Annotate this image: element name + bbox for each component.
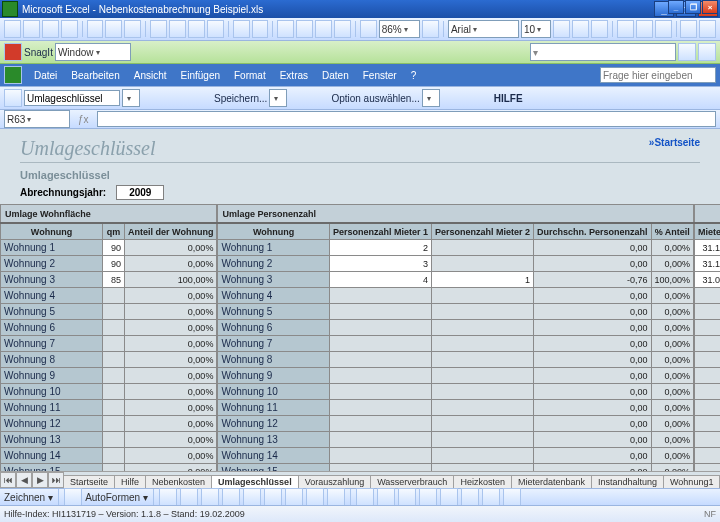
cell[interactable] (103, 336, 125, 352)
cell[interactable]: 0,00% (125, 288, 217, 304)
cell[interactable]: 0,00% (651, 240, 694, 256)
cell[interactable]: 0,00% (651, 256, 694, 272)
cell[interactable]: Wohnung 4 (218, 288, 329, 304)
cell[interactable]: Wohnung 1 (218, 240, 329, 256)
cell[interactable]: Wohnung 13 (1, 432, 103, 448)
dash-icon[interactable] (440, 488, 458, 506)
cell[interactable]: 0,00% (125, 240, 217, 256)
cell[interactable]: Wohnung 14 (218, 448, 329, 464)
diagram-icon[interactable] (285, 488, 303, 506)
cell[interactable]: 0,00% (651, 448, 694, 464)
cell[interactable]: Wohnung 14 (1, 448, 103, 464)
tab-instandhaltung[interactable]: Instandhaltung (591, 475, 664, 488)
menu-ansicht[interactable]: Ansicht (128, 70, 173, 81)
cell[interactable]: 31.12.2008 (695, 240, 720, 256)
save-dropdown[interactable]: ▾ (269, 89, 287, 107)
cell[interactable] (103, 352, 125, 368)
option-label[interactable]: Option auswählen... (331, 93, 419, 104)
cell[interactable]: 100,00% (651, 272, 694, 288)
arrowstyle-icon[interactable] (461, 488, 479, 506)
cell[interactable]: Wohnung 6 (1, 320, 103, 336)
cell[interactable]: Wohnung 8 (1, 352, 103, 368)
name-box[interactable]: R63▾ (4, 110, 70, 128)
cell[interactable] (103, 432, 125, 448)
sheet-name-field[interactable] (24, 90, 120, 106)
menu-einfügen[interactable]: Einfügen (175, 70, 226, 81)
startseite-link[interactable]: Startseite (649, 137, 700, 148)
cell[interactable] (329, 416, 431, 432)
cell[interactable] (695, 368, 720, 384)
cell[interactable]: -0,76 (533, 272, 651, 288)
cell[interactable]: 0,00 (533, 288, 651, 304)
select-icon[interactable] (64, 488, 82, 506)
cell[interactable] (103, 304, 125, 320)
wordart-icon[interactable] (264, 488, 282, 506)
open-icon[interactable] (23, 20, 40, 38)
cell[interactable]: 0,00% (125, 336, 217, 352)
menu-format[interactable]: Format (228, 70, 272, 81)
snagit-icon[interactable] (4, 43, 22, 61)
cell[interactable]: Wohnung 11 (1, 400, 103, 416)
hyperlink-icon[interactable] (277, 20, 294, 38)
research-icon[interactable] (124, 20, 141, 38)
cell[interactable]: Wohnung 12 (1, 416, 103, 432)
menu-?[interactable]: ? (405, 70, 423, 81)
cell[interactable] (695, 432, 720, 448)
cell[interactable]: Wohnung 10 (1, 384, 103, 400)
align-left-icon[interactable] (617, 20, 634, 38)
cell[interactable] (329, 336, 431, 352)
cell[interactable]: 0,00 (533, 416, 651, 432)
undo-icon[interactable] (233, 20, 250, 38)
preview-icon[interactable] (87, 20, 104, 38)
inner-restore-button[interactable]: ❐ (685, 0, 701, 14)
linecolor-icon[interactable] (377, 488, 395, 506)
cell[interactable]: 0,00% (125, 256, 217, 272)
cell[interactable] (329, 400, 431, 416)
cell[interactable] (329, 288, 431, 304)
cell[interactable]: Wohnung 5 (218, 304, 329, 320)
cell[interactable] (329, 352, 431, 368)
tab-first-icon[interactable]: ⏮ (0, 472, 16, 488)
cell[interactable] (431, 400, 533, 416)
cell[interactable]: Wohnung 15 (1, 464, 103, 472)
cell[interactable]: 0,00 (533, 240, 651, 256)
cell[interactable]: 0,00% (651, 400, 694, 416)
menu-datei[interactable]: Datei (28, 70, 63, 81)
fillcolor2-icon[interactable] (356, 488, 374, 506)
cell[interactable]: Wohnung 9 (218, 368, 329, 384)
cell[interactable] (329, 448, 431, 464)
option-dropdown[interactable]: ▾ (422, 89, 440, 107)
cut-icon[interactable] (150, 20, 167, 38)
tab-next-icon[interactable]: ▶ (32, 472, 48, 488)
paste-icon[interactable] (188, 20, 205, 38)
italic-icon[interactable] (572, 20, 589, 38)
unknown-dropdown[interactable]: ▾ (530, 43, 676, 61)
cell[interactable] (695, 288, 720, 304)
cell[interactable]: Wohnung 7 (1, 336, 103, 352)
cell[interactable]: Wohnung 1 (1, 240, 103, 256)
cell[interactable]: Wohnung 6 (218, 320, 329, 336)
cell[interactable]: 90 (103, 256, 125, 272)
cell[interactable] (695, 320, 720, 336)
linewidth-icon[interactable] (419, 488, 437, 506)
shadow-icon[interactable] (482, 488, 500, 506)
cell[interactable]: 90 (103, 240, 125, 256)
cell[interactable] (329, 464, 431, 472)
autoformen-label[interactable]: AutoFormen (85, 492, 140, 503)
help-search-input[interactable] (600, 67, 716, 83)
cell[interactable] (695, 384, 720, 400)
menu-extras[interactable]: Extras (274, 70, 314, 81)
help-icon[interactable] (422, 20, 439, 38)
cell[interactable] (431, 256, 533, 272)
oval-icon[interactable] (222, 488, 240, 506)
cell[interactable]: 0,00% (651, 416, 694, 432)
cell[interactable]: 0,00 (533, 432, 651, 448)
tab-umlageschl-ssel[interactable]: Umlageschlüssel (211, 475, 299, 488)
cell[interactable] (103, 320, 125, 336)
cell[interactable] (431, 240, 533, 256)
cell[interactable]: 0,00% (651, 464, 694, 472)
align-center-icon[interactable] (636, 20, 653, 38)
cell[interactable]: 0,00% (125, 432, 217, 448)
spell-icon[interactable] (105, 20, 122, 38)
tab-mieterdatenbank[interactable]: Mieterdatenbank (511, 475, 592, 488)
